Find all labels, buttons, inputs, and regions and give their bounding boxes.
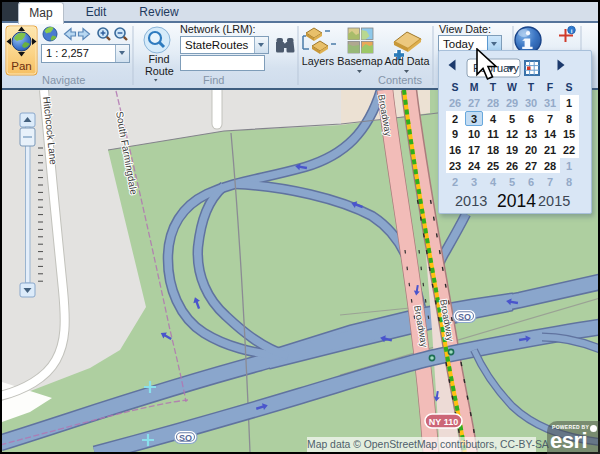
svg-text:NY 110: NY 110: [429, 417, 458, 427]
svg-text:Pan: Pan: [11, 60, 31, 72]
svg-text:SO: SO: [458, 312, 471, 322]
svg-text:SO: SO: [179, 433, 192, 443]
